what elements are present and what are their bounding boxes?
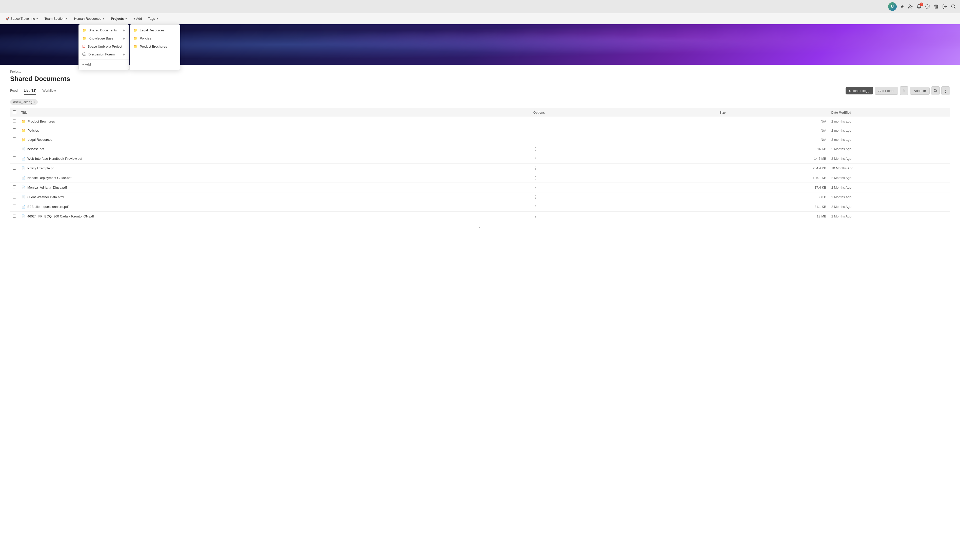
- bell-badge: 0: [920, 3, 923, 6]
- top-bar-icons: U ★ 0: [888, 2, 956, 11]
- file-name[interactable]: 📁Policies: [21, 129, 528, 133]
- table-row: 📄Monica_Adriana_Dinca.pdf ⋮ 17.4 KB 2 Mo…: [10, 183, 950, 192]
- search-button[interactable]: [931, 86, 940, 95]
- bell-icon[interactable]: 0: [917, 4, 922, 9]
- nav-item-team-section[interactable]: Team Section ▼: [42, 15, 70, 22]
- row-checkbox[interactable]: [13, 214, 16, 218]
- avatar[interactable]: U: [888, 2, 897, 11]
- row-checkbox[interactable]: [13, 157, 16, 160]
- folder-icon: 📁: [21, 120, 26, 123]
- main-content: Projects Shared Documents Feed List (11)…: [0, 65, 960, 560]
- table-row: 📁Legal Resources N/A 2 months ago: [10, 135, 950, 144]
- top-bar: U ★ 0: [0, 0, 960, 13]
- dropdown-item-discussion-forum[interactable]: 💬 Discussion Forum ▶: [79, 50, 129, 58]
- nav-label-projects: Projects: [111, 17, 124, 21]
- dropdown-label-discussion-forum: Discussion Forum: [88, 53, 115, 56]
- users-icon[interactable]: [908, 4, 913, 9]
- options-menu-button[interactable]: ⋮: [533, 205, 538, 209]
- search-icon[interactable]: [951, 4, 956, 9]
- more-options-button[interactable]: ⋮: [941, 86, 950, 95]
- tab-workflow[interactable]: Workflow: [42, 86, 56, 95]
- file-date: 2 Months Ago: [829, 212, 950, 221]
- info-button[interactable]: ℹ: [900, 86, 908, 95]
- row-checkbox[interactable]: [13, 195, 16, 198]
- svg-point-1: [927, 6, 928, 7]
- row-checkbox[interactable]: [13, 185, 16, 189]
- breadcrumb: Projects: [10, 70, 950, 74]
- row-checkbox[interactable]: [13, 205, 16, 208]
- tab-feed[interactable]: Feed: [10, 86, 18, 95]
- pdf-icon: 📄: [21, 147, 25, 151]
- svg-line-4: [954, 7, 955, 8]
- add-file-button[interactable]: Add File: [910, 87, 930, 95]
- dropdown-item-add[interactable]: + Add: [79, 61, 129, 68]
- settings-icon[interactable]: [925, 4, 930, 9]
- chevron-down-icon: ▼: [156, 17, 158, 20]
- options-menu-button[interactable]: ⋮: [533, 157, 538, 161]
- col-header-date: Date Modified: [829, 108, 950, 117]
- submenu-item-policies[interactable]: 📁 Policies: [130, 34, 180, 42]
- folder-icon: 📁: [21, 138, 26, 142]
- check-icon: ☑: [82, 44, 86, 48]
- file-date: 2 Months Ago: [829, 154, 950, 163]
- chevron-down-icon: ▼: [66, 17, 68, 20]
- options-menu-button[interactable]: ⋮: [533, 195, 538, 199]
- options-menu-button[interactable]: ⋮: [533, 185, 538, 190]
- row-checkbox[interactable]: [13, 138, 16, 141]
- nav-item-projects[interactable]: Projects ▼: [108, 15, 130, 22]
- file-size: 204.4 KB: [717, 163, 829, 173]
- select-all-checkbox[interactable]: [13, 110, 16, 114]
- html-icon: 📄: [21, 195, 25, 199]
- submenu-item-product-brochures[interactable]: 📁 Product Brochures: [130, 42, 180, 50]
- file-date: 2 Months Ago: [829, 144, 950, 154]
- logout-icon[interactable]: [942, 4, 947, 9]
- file-name: 📄Client Weather Data.html: [21, 195, 528, 199]
- pdf-icon: 📄: [21, 166, 25, 170]
- row-checkbox[interactable]: [13, 176, 16, 179]
- dropdown-item-knowledge-base[interactable]: 📁 Knowledge Base ▶: [79, 34, 129, 42]
- file-name: 📄Web-Interface-Handbook-Preview.pdf: [21, 157, 528, 160]
- file-list-area: #New_Ideas (1) Title Options Size Date M…: [0, 95, 960, 239]
- options-menu-button[interactable]: ⋮: [533, 176, 538, 180]
- folder-icon: 📁: [82, 36, 86, 40]
- row-checkbox[interactable]: [13, 166, 16, 170]
- file-size: N/A: [717, 117, 829, 126]
- pagination: 1: [10, 221, 950, 235]
- nav-item-space-travel[interactable]: 🚀 Space Travel Inc ▼: [3, 15, 41, 22]
- svg-point-3: [952, 5, 955, 8]
- pdf-icon: 📄: [21, 186, 25, 189]
- upload-files-button[interactable]: Upload File(s): [846, 87, 873, 94]
- tag-filter[interactable]: #New_Ideas (1): [10, 99, 38, 105]
- tab-list[interactable]: List (11): [24, 86, 37, 95]
- options-menu-button[interactable]: ⋮: [533, 214, 538, 219]
- shared-documents-submenu: 📁 Legal Resources 📁 Policies 📁 Product B…: [130, 24, 180, 70]
- nav-item-human-resources[interactable]: Human Resources ▼: [71, 15, 107, 22]
- options-menu-button[interactable]: ⋮: [533, 166, 538, 170]
- file-name: 📄beicase.pdf: [21, 147, 528, 151]
- dropdown-item-shared-documents[interactable]: 📁 Shared Documents ▶: [79, 26, 129, 34]
- submenu-item-legal-resources[interactable]: 📁 Legal Resources: [130, 26, 180, 34]
- file-name: 📄Noodle Deployment Guide.pdf: [21, 176, 528, 180]
- pdf-icon: 📄: [21, 176, 25, 180]
- chevron-down-icon: ▼: [102, 17, 105, 20]
- add-folder-button[interactable]: Add Folder: [875, 87, 899, 95]
- trash-icon[interactable]: [934, 4, 939, 9]
- file-size: N/A: [717, 135, 829, 144]
- row-checkbox[interactable]: [13, 147, 16, 150]
- row-checkbox[interactable]: [13, 119, 16, 123]
- options-menu-button[interactable]: ⋮: [533, 147, 538, 151]
- file-size: 14.5 MB: [717, 154, 829, 163]
- file-name[interactable]: 📁Legal Resources: [21, 138, 528, 142]
- nav-item-tags[interactable]: Tags ▼: [146, 15, 161, 22]
- file-size: 17.4 KB: [717, 183, 829, 192]
- file-name: 📄46024_FP_BOQ_360 Cada - Toronto, ON.pdf: [21, 214, 528, 218]
- nav-item-add[interactable]: + Add: [131, 15, 144, 22]
- row-checkbox[interactable]: [13, 128, 16, 132]
- dropdown-item-space-umbrella[interactable]: ☑ Space Umbrella Project: [79, 42, 129, 50]
- table-row: 📄beicase.pdf ⋮ 16 KB 2 Months Ago: [10, 144, 950, 154]
- folder-icon: 📁: [133, 36, 138, 40]
- star-icon[interactable]: ★: [900, 4, 904, 10]
- file-name[interactable]: 📁Product Brochures: [21, 120, 528, 123]
- file-name: 📄Policy Example.pdf: [21, 166, 528, 170]
- nav-label-human-resources: Human Resources: [74, 17, 101, 21]
